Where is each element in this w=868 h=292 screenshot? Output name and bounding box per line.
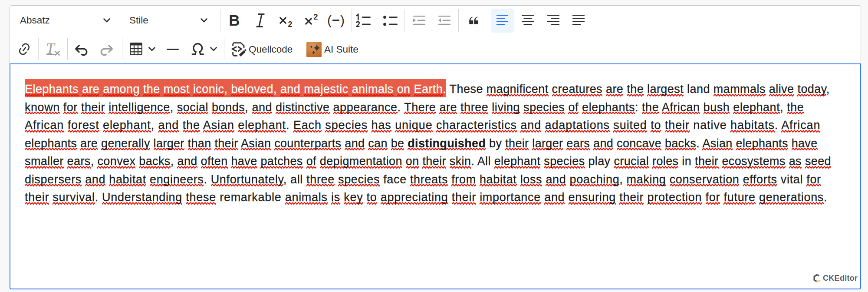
svg-text:T: T [46,43,56,57]
